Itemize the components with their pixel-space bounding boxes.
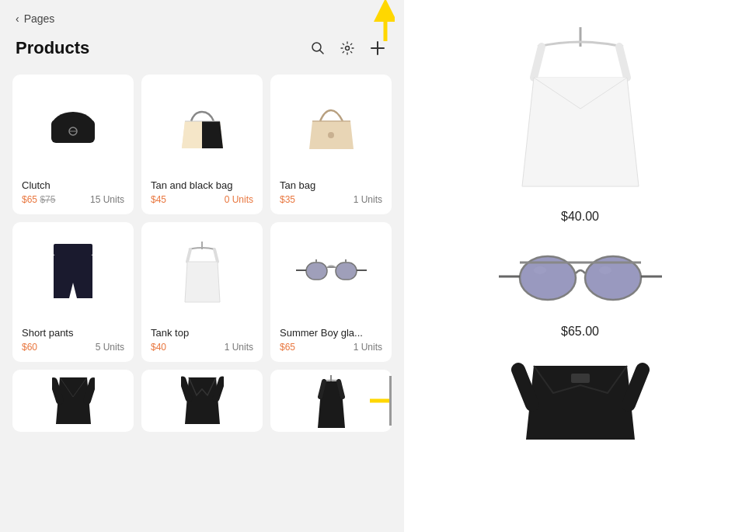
product-card-black-robe[interactable]	[12, 370, 134, 432]
svg-rect-17	[336, 263, 357, 280]
product-image-sunglasses	[280, 231, 382, 318]
product-units-tan-bag: 1 Units	[354, 194, 382, 205]
product-image-tan-bag	[280, 84, 382, 170]
product-image-clutch	[22, 84, 124, 170]
page-title: Products	[16, 38, 89, 58]
product-image-tank-top	[151, 231, 253, 318]
svg-point-29	[599, 266, 611, 274]
product-info-sunglasses: Summer Boy gla... $65 1 Units	[280, 324, 382, 353]
product-card-short-pants[interactable]: Short pants $60 5 Units	[12, 222, 134, 362]
product-price-tank-top: $40	[151, 342, 166, 353]
svg-rect-16	[306, 263, 327, 280]
svg-rect-30	[571, 374, 590, 383]
product-units-short-pants: 5 Units	[96, 342, 124, 353]
back-label: Pages	[24, 12, 55, 25]
product-name-sunglasses: Summer Boy gla...	[280, 327, 382, 339]
right-product-jacket	[420, 362, 740, 440]
arrow-annotation-right	[368, 389, 392, 412]
product-info-tan-black-bag: Tan and black bag $45 0 Units	[151, 176, 253, 205]
product-card-sunglasses[interactable]: Summer Boy gla... $65 1 Units	[270, 222, 392, 362]
divider-line	[389, 376, 392, 426]
right-product-image-tank-top	[495, 23, 666, 202]
panel-header: Products	[0, 31, 404, 68]
product-info-short-pants: Short pants $60 5 Units	[22, 324, 124, 353]
product-name-tan-black-bag: Tan and black bag	[151, 179, 253, 191]
product-name-tan-bag: Tan bag	[280, 179, 382, 191]
product-row-2: Short pants $60 5 Units	[12, 222, 392, 362]
right-panel: $40.00 $65.00	[404, 0, 756, 532]
product-info-tank-top: Tank top $40 1 Units	[151, 324, 253, 353]
product-meta-clutch: $65 $75 15 Units	[22, 194, 124, 205]
product-price-short-pants: $60	[22, 342, 37, 353]
product-price-sunglasses: $65	[280, 342, 295, 353]
right-product-image-sunglasses	[495, 239, 666, 317]
product-price-clutch: $65 $75	[22, 194, 55, 205]
product-units-tank-top: 1 Units	[225, 342, 253, 353]
product-meta-sunglasses: $65 1 Units	[280, 342, 382, 353]
search-button[interactable]	[308, 38, 328, 58]
product-name-clutch: Clutch	[22, 179, 124, 191]
product-meta-tank-top: $40 1 Units	[151, 342, 253, 353]
product-row-1: Clutch $65 $75 15 Units	[12, 75, 392, 214]
product-name-short-pants: Short pants	[22, 327, 124, 339]
product-units-tan-black-bag: 0 Units	[225, 194, 253, 205]
right-product-sunglasses: $65.00	[420, 239, 740, 339]
right-product-price-tank-top: $40.00	[561, 210, 599, 224]
product-meta-tan-black-bag: $45 0 Units	[151, 194, 253, 205]
product-meta-tan-bag: $35 1 Units	[280, 194, 382, 205]
svg-point-28	[534, 266, 546, 274]
product-row-3-partial	[12, 370, 392, 432]
product-price-tan-black-bag: $45	[151, 194, 166, 205]
svg-line-1	[320, 50, 324, 54]
product-meta-short-pants: $60 5 Units	[22, 342, 124, 353]
right-product-price-sunglasses: $65.00	[561, 325, 599, 339]
product-card-black-blazer[interactable]	[141, 370, 263, 432]
right-product-tank-top: $40.00	[420, 23, 740, 224]
product-name-tank-top: Tank top	[151, 327, 253, 339]
product-grid: Clutch $65 $75 15 Units	[0, 68, 404, 532]
product-card-clutch[interactable]: Clutch $65 $75 15 Units	[12, 75, 134, 214]
settings-button[interactable]	[337, 38, 357, 58]
left-panel: ‹ Pages Products	[0, 0, 404, 532]
svg-point-11	[328, 132, 334, 138]
right-product-image-jacket	[510, 362, 650, 440]
product-info-clutch: Clutch $65 $75 15 Units	[22, 176, 124, 205]
svg-point-2	[346, 47, 350, 50]
back-chevron-icon: ‹	[16, 12, 19, 25]
svg-rect-12	[54, 244, 92, 256]
product-image-short-pants	[22, 231, 124, 318]
product-card-tan-bag[interactable]: Tan bag $35 1 Units	[270, 75, 392, 214]
header-actions	[308, 37, 388, 59]
product-info-tan-bag: Tan bag $35 1 Units	[280, 176, 382, 205]
add-product-button[interactable]	[367, 37, 388, 59]
product-price-tan-bag: $35	[280, 194, 295, 205]
back-nav[interactable]: ‹ Pages	[0, 0, 404, 31]
product-units-sunglasses: 1 Units	[354, 342, 382, 353]
product-card-tan-black-bag[interactable]: Tan and black bag $45 0 Units	[141, 75, 263, 214]
product-units-clutch: 15 Units	[90, 194, 124, 205]
product-card-tank-top[interactable]: Tank top $40 1 Units	[141, 222, 263, 362]
product-image-tan-black-bag	[151, 84, 253, 170]
product-card-black-dress[interactable]	[270, 370, 392, 432]
